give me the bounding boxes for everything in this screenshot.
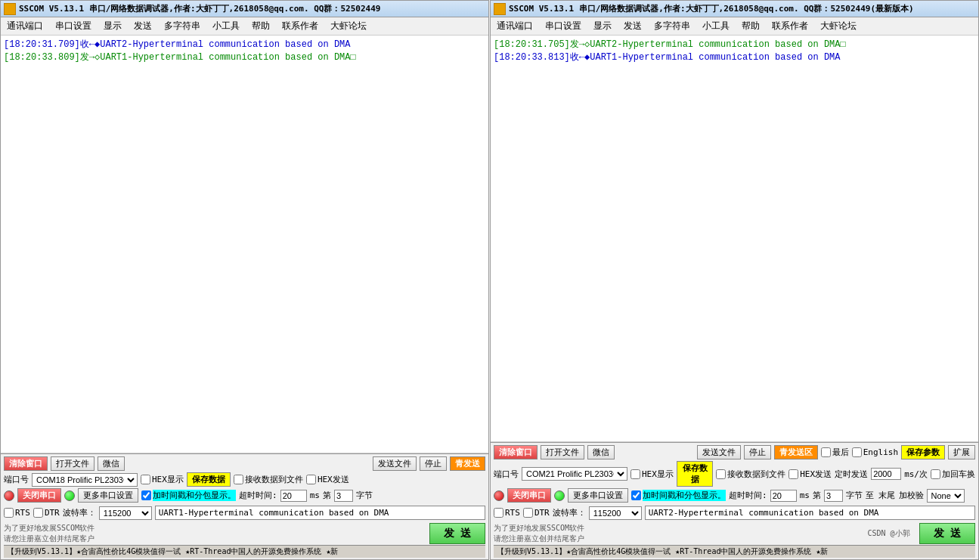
left-save-data-btn[interactable]: 保存数据: [187, 472, 231, 487]
right-menu-port-settings[interactable]: 串口设置: [542, 19, 584, 33]
right-pack-input[interactable]: [824, 490, 843, 502]
left-hex-display-check[interactable]: [141, 475, 150, 484]
right-menu-comm[interactable]: 通讯端口: [494, 19, 536, 33]
left-menu-send[interactable]: 发送: [131, 19, 155, 33]
left-menu-help[interactable]: 帮助: [249, 19, 273, 33]
right-menu-help[interactable]: 帮助: [739, 19, 763, 33]
right-recv-to-file-label[interactable]: 接收数据到文件: [716, 469, 785, 480]
left-baud-select[interactable]: 115200: [99, 506, 152, 520]
right-add-cr-check[interactable]: [931, 469, 940, 479]
left-config-row: 关闭串口 更多串口设置 加时间戳和分包显示。 超时时间: ms 第 字节: [4, 487, 485, 503]
left-menu-forum[interactable]: 大虾论坛: [327, 19, 370, 33]
right-menu-forum[interactable]: 大虾论坛: [817, 19, 860, 33]
left-more-port-btn[interactable]: 更多串口设置: [78, 488, 138, 503]
left-ms-label: ms: [310, 490, 320, 500]
right-wechat-btn[interactable]: 微信: [587, 445, 615, 459]
left-time-pack-check[interactable]: [141, 490, 151, 500]
left-wechat-btn[interactable]: 微信: [98, 456, 125, 471]
left-timeout-input[interactable]: [280, 490, 307, 502]
left-line-0: [18:20:31.709]收←◆UART2-Hyperterminal com…: [4, 39, 485, 51]
right-ms-label: ms: [800, 490, 810, 500]
right-fixed-unit: ms/次: [904, 469, 928, 480]
right-menu-send[interactable]: 发送: [621, 19, 645, 33]
right-line-0: [18:20:31.705]发→◇UART2-Hyperterminal com…: [494, 39, 975, 51]
right-fixed-send-label: 定时发送: [835, 469, 868, 480]
left-open-file-btn[interactable]: 打开文件: [51, 456, 94, 471]
left-clear-btn[interactable]: 清除窗口: [4, 456, 48, 471]
left-hex-display-label[interactable]: HEX显示: [141, 474, 184, 485]
right-close-port-btn[interactable]: 关闭串口: [507, 488, 551, 503]
right-menu-contact[interactable]: 联系作者: [769, 19, 811, 33]
left-time-pack-label[interactable]: 加时间戳和分包显示。: [141, 490, 236, 501]
left-recv-to-file-check[interactable]: [234, 475, 243, 484]
right-menu-tools[interactable]: 小工具: [699, 19, 733, 33]
right-english-label[interactable]: English: [852, 447, 898, 457]
right-add-cr-label[interactable]: 加回车换: [931, 469, 975, 480]
right-save-param-btn[interactable]: 保存参数: [901, 445, 945, 459]
right-menu-multistr[interactable]: 多字符串: [651, 19, 693, 33]
right-time-pack-label[interactable]: 加时间戳和分包显示。: [631, 490, 726, 501]
right-rts-check[interactable]: [494, 508, 503, 518]
right-hex-display-label[interactable]: HEX显示: [630, 469, 674, 480]
right-send-content[interactable]: UART2-Hyperterminal communication based …: [645, 506, 975, 520]
right-last-label[interactable]: 最后: [821, 447, 849, 458]
left-led2: [64, 490, 75, 501]
right-send-area-btn[interactable]: 青发送区: [774, 445, 818, 459]
right-stop-btn[interactable]: 停止: [744, 445, 771, 459]
right-hex-send-check[interactable]: [788, 469, 798, 479]
right-save-data-btn[interactable]: 保存数据: [677, 461, 713, 487]
left-menu-multistr[interactable]: 多字符串: [161, 19, 203, 33]
right-menu-display[interactable]: 显示: [590, 19, 615, 33]
left-title-bar: SSCOM V5.13.1 串口/网络数据调试器,作者:大虾丁丁,2618058…: [1, 1, 488, 17]
right-hex-display-check[interactable]: [630, 469, 640, 479]
right-recv-to-file-check[interactable]: [716, 469, 726, 479]
right-time-pack-check[interactable]: [631, 490, 641, 500]
left-port-select[interactable]: COM18 Prolific PL2303GT US:: [32, 473, 138, 487]
left-dtr-label[interactable]: DTR: [33, 508, 60, 518]
left-hex-send-check[interactable]: [306, 475, 316, 484]
right-english-check[interactable]: [852, 447, 862, 457]
right-open-file-btn[interactable]: 打开文件: [541, 445, 584, 459]
left-send-content[interactable]: UART1-Hyperterminal communication based …: [155, 506, 485, 520]
right-baud-label: 波特率：: [553, 507, 586, 518]
right-checksum-select[interactable]: None: [927, 489, 965, 503]
right-last-check[interactable]: [821, 447, 831, 457]
left-menu-port-settings[interactable]: 串口设置: [52, 19, 94, 33]
right-send-btn[interactable]: 发 送: [919, 523, 975, 544]
right-pack-unit: 字节: [846, 490, 863, 501]
right-rts-label[interactable]: RTS: [494, 508, 520, 518]
right-dtr-label[interactable]: DTR: [523, 508, 550, 518]
left-rts-check[interactable]: [4, 508, 14, 518]
left-send-now-btn[interactable]: 青发送: [450, 456, 485, 471]
left-rts-label[interactable]: RTS: [4, 508, 30, 518]
left-close-port-btn[interactable]: 关闭串口: [17, 488, 61, 503]
left-send-btn[interactable]: 发 送: [429, 523, 485, 544]
right-send-file-btn[interactable]: 发送文件: [697, 445, 741, 459]
left-menu-contact[interactable]: 联系作者: [279, 19, 321, 33]
left-status-text: 为了更好地发展SSCOM软件 请您注册嘉立创并结尾客户: [4, 523, 420, 544]
left-pack-input[interactable]: [334, 490, 353, 502]
right-more-port-btn[interactable]: 更多串口设置: [568, 488, 628, 503]
right-timeout-label: 超时时间:: [729, 490, 767, 501]
right-port-select[interactable]: COM21 Prolific PL2303GT US:: [522, 467, 627, 481]
right-title-text: SSCOM V5.13.1 串口/网络数据调试器,作者:大虾丁丁,2618058…: [509, 3, 914, 14]
left-port-row: 端口号 COM18 Prolific PL2303GT US: HEX显示 保存…: [4, 472, 485, 487]
left-menu-tools[interactable]: 小工具: [209, 19, 243, 33]
right-expand-btn[interactable]: 扩展: [948, 445, 975, 459]
left-dtr-check[interactable]: [33, 508, 43, 518]
right-menu-bar: 通讯端口 串口设置 显示 发送 多字符串 小工具 帮助 联系作者 大虾论坛: [491, 17, 978, 36]
left-stop-btn[interactable]: 停止: [420, 456, 447, 471]
right-timeout-input[interactable]: [770, 490, 797, 502]
left-menu-display[interactable]: 显示: [101, 19, 125, 33]
left-hex-send-label[interactable]: HEX发送: [306, 474, 349, 485]
left-pack-unit: 字节: [356, 490, 373, 501]
right-title-bar: SSCOM V5.13.1 串口/网络数据调试器,作者:大虾丁丁,2618058…: [491, 1, 978, 17]
right-clear-btn[interactable]: 清除窗口: [494, 445, 538, 459]
left-send-file-btn[interactable]: 发送文件: [373, 456, 417, 471]
right-hex-send-label[interactable]: HEX发送: [788, 469, 832, 480]
left-menu-comm[interactable]: 通讯端口: [4, 19, 46, 33]
left-recv-to-file-label[interactable]: 接收数据到文件: [234, 474, 303, 485]
right-baud-select[interactable]: 115200: [589, 506, 642, 520]
right-dtr-check[interactable]: [523, 508, 533, 518]
right-fixed-send-input[interactable]: [871, 468, 901, 480]
